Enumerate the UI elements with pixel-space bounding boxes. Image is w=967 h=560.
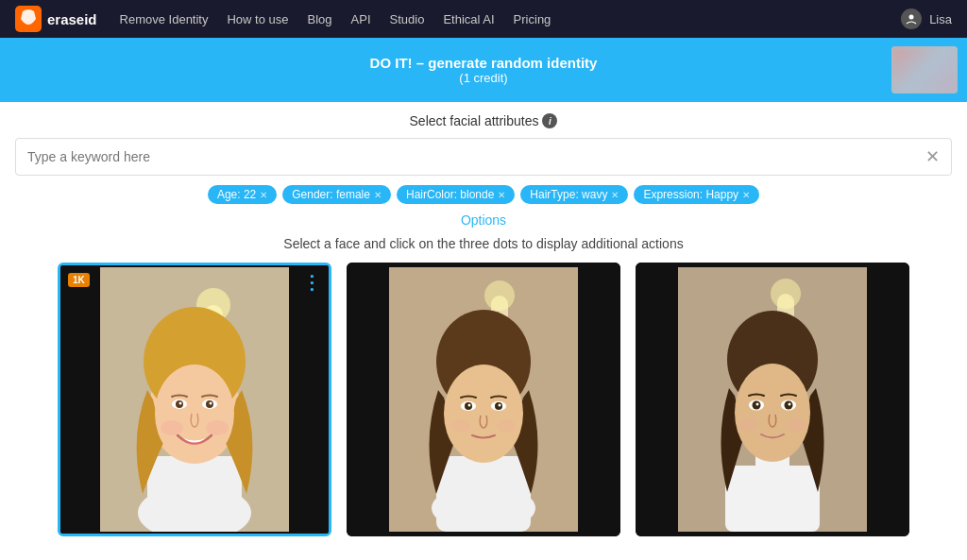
instruction-text: Select a face and click on the three dot… xyxy=(15,236,952,251)
tag-hairtype[interactable]: HairType: wavy ✕ xyxy=(520,185,628,204)
portrait-svg-1 xyxy=(100,267,289,532)
do-it-banner[interactable]: DO IT! – generate random identity (1 cre… xyxy=(0,38,967,102)
svg-rect-38 xyxy=(725,466,820,532)
svg-point-16 xyxy=(210,402,212,405)
svg-point-34 xyxy=(497,419,516,433)
card-menu-1[interactable]: ⋮ xyxy=(302,273,321,292)
image-card-inner-1 xyxy=(60,265,329,534)
svg-point-31 xyxy=(468,404,471,407)
image-grid: 1K ⋮ xyxy=(0,263,967,552)
tag-hairtype-label: HairType: wavy xyxy=(530,188,607,201)
nav-blog[interactable]: Blog xyxy=(308,12,332,26)
svg-point-15 xyxy=(179,402,182,405)
search-input[interactable] xyxy=(27,149,925,164)
tag-gender-remove[interactable]: ✕ xyxy=(374,190,382,200)
main-content: DO IT! – generate random identity (1 cre… xyxy=(0,38,967,560)
svg-point-42 xyxy=(735,364,810,462)
tag-haircolor-remove[interactable]: ✕ xyxy=(498,190,505,200)
logo[interactable]: eraseid xyxy=(15,6,97,32)
svg-point-26 xyxy=(444,365,523,463)
preview-image xyxy=(891,46,958,93)
portrait-svg-2 xyxy=(389,267,578,532)
section-title: Select facial attributes i xyxy=(15,113,952,128)
svg-point-18 xyxy=(206,420,229,435)
side-panel-right-2 xyxy=(583,263,620,536)
side-panel-right-3 xyxy=(872,263,909,536)
nav-pricing[interactable]: Pricing xyxy=(514,12,551,26)
user-avatar-icon xyxy=(901,8,922,29)
svg-point-10 xyxy=(155,365,234,463)
tag-expression-remove[interactable]: ✕ xyxy=(742,190,750,200)
nav-remove-identity[interactable]: Remove Identity xyxy=(120,12,209,26)
user-name: Lisa xyxy=(929,12,952,26)
navbar: eraseid Remove Identity How to use Blog … xyxy=(0,0,967,38)
svg-point-50 xyxy=(788,418,806,432)
nav-studio[interactable]: Studio xyxy=(390,12,425,26)
attributes-section: Select facial attributes i ✕ Age: 22 ✕ G… xyxy=(0,102,967,251)
svg-point-48 xyxy=(789,403,791,406)
card-badge-1: 1K xyxy=(68,273,90,287)
tag-age[interactable]: Age: 22 ✕ xyxy=(208,185,277,204)
svg-point-21 xyxy=(484,280,515,311)
svg-point-17 xyxy=(161,420,183,435)
tags-row: Age: 22 ✕ Gender: female ✕ HairColor: bl… xyxy=(15,185,952,204)
nav-ethical-ai[interactable]: Ethical AI xyxy=(443,12,494,26)
section-title-text: Select facial attributes xyxy=(410,113,539,128)
options-link-container: Options xyxy=(15,212,952,229)
tag-haircolor-label: HairColor: blonde xyxy=(406,188,494,201)
svg-point-23 xyxy=(432,484,535,532)
tag-expression-label: Expression: Happy xyxy=(643,188,738,201)
svg-point-1 xyxy=(909,15,914,20)
logo-icon xyxy=(15,6,42,32)
logo-text: eraseid xyxy=(47,11,97,27)
nav-api[interactable]: API xyxy=(351,12,371,26)
tag-gender-label: Gender: female xyxy=(292,188,370,201)
svg-point-32 xyxy=(499,404,501,407)
svg-point-47 xyxy=(756,403,759,406)
user-menu[interactable]: Lisa xyxy=(901,8,952,29)
image-card-1[interactable]: 1K ⋮ xyxy=(58,263,331,536)
clear-icon[interactable]: ✕ xyxy=(925,146,940,167)
tag-haircolor[interactable]: HairColor: blonde ✕ xyxy=(397,185,515,204)
portrait-svg-3 xyxy=(678,267,867,532)
tag-hairtype-remove[interactable]: ✕ xyxy=(611,190,619,200)
do-it-credit: (1 credit) xyxy=(459,71,507,85)
svg-rect-6 xyxy=(147,456,242,532)
do-it-text: DO IT! – generate random identity xyxy=(370,55,598,71)
options-link[interactable]: Options xyxy=(461,212,506,228)
nav-how-to-use[interactable]: How to use xyxy=(227,12,288,26)
image-card-inner-2 xyxy=(347,263,620,536)
image-card-inner-3 xyxy=(636,263,909,536)
search-bar[interactable]: ✕ xyxy=(15,138,952,176)
image-card-3[interactable] xyxy=(636,263,909,536)
side-panel-right-1 xyxy=(291,265,329,534)
info-icon[interactable]: i xyxy=(542,113,557,128)
svg-point-33 xyxy=(451,419,470,433)
svg-point-49 xyxy=(738,418,757,432)
tag-expression[interactable]: Expression: Happy ✕ xyxy=(634,185,759,204)
nav-links: Remove Identity How to use Blog API Stud… xyxy=(120,12,551,26)
tag-age-label: Age: 22 xyxy=(217,188,256,201)
image-card-2[interactable] xyxy=(347,263,620,536)
tag-age-remove[interactable]: ✕ xyxy=(260,190,267,200)
tag-gender[interactable]: Gender: female ✕ xyxy=(282,185,391,204)
svg-point-37 xyxy=(771,279,801,309)
